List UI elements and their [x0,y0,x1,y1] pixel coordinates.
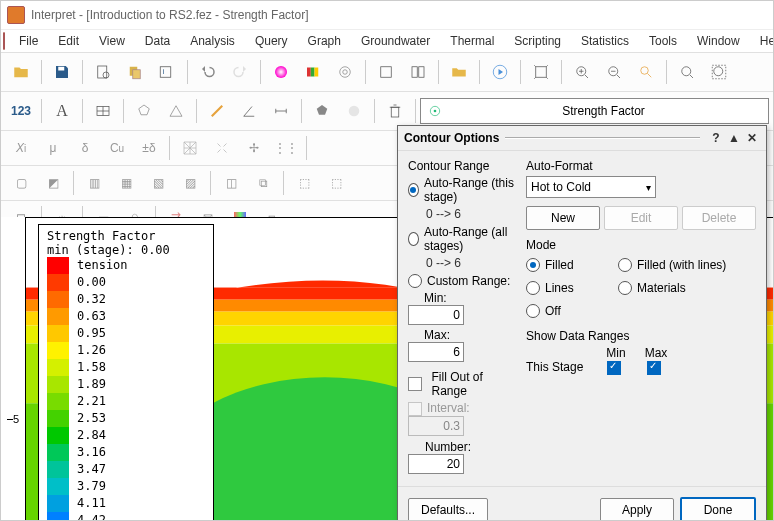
color-wheel-icon[interactable] [266,57,296,87]
legend-swatch [47,512,69,521]
arrows-icon[interactable] [207,133,237,163]
radio-custom[interactable]: Custom Range: [408,274,518,288]
grid-icon[interactable] [88,96,118,126]
radio-filled[interactable]: Filled [526,258,618,272]
menu-window[interactable]: Window [687,32,750,50]
new-button[interactable]: New [526,206,600,230]
triangle-icon[interactable] [161,96,191,126]
radio-auto-all[interactable]: Auto-Range (all stages) [408,225,518,253]
max-input[interactable] [408,342,464,362]
info-icon[interactable]: i [152,57,182,87]
check-min[interactable] [607,361,621,375]
contour-range-label: Contour Range [408,159,518,173]
zoom-out-icon[interactable] [599,57,629,87]
zoom-window-icon[interactable] [672,57,702,87]
menu-query[interactable]: Query [245,32,298,50]
delta-icon[interactable]: δ [70,133,100,163]
radio-lines[interactable]: Lines [526,281,618,295]
folder-nav-icon[interactable] [444,57,474,87]
circle-fill-icon[interactable] [339,96,369,126]
field-selector[interactable]: Strength Factor [420,98,769,124]
tb4-6-icon[interactable]: ▨ [175,168,205,198]
measure-icon[interactable] [202,96,232,126]
number-input[interactable] [408,454,464,474]
app-menu-icon[interactable] [3,32,5,50]
apply-button[interactable]: Apply [600,498,674,521]
menu-help[interactable]: Help [750,32,774,50]
window-single-icon[interactable] [371,57,401,87]
panel-titlebar[interactable]: Contour Options ? ▲ ✕ [398,126,766,151]
tb4-3-icon[interactable]: ▥ [79,168,109,198]
delete-icon[interactable] [380,96,410,126]
menu-edit[interactable]: Edit [48,32,89,50]
pentagon-fill-icon[interactable] [307,96,337,126]
menu-scripting[interactable]: Scripting [504,32,571,50]
print-preview-icon[interactable] [88,57,118,87]
menu-data[interactable]: Data [135,32,180,50]
radio-off[interactable]: Off [526,304,618,318]
window-title: Interpret - [Introduction to RS2.fez - S… [31,8,308,22]
tb4-7-icon[interactable]: ◫ [216,168,246,198]
radio-filled-lines[interactable]: Filled (with lines) [618,258,756,272]
legend-swatch [47,291,69,308]
help-icon[interactable]: ? [708,131,724,145]
x-sub-icon[interactable]: Xi [6,133,36,163]
tb4-4-icon[interactable]: ▦ [111,168,141,198]
cross-arrows-icon[interactable]: ✢ [239,133,269,163]
svg-point-11 [340,67,351,78]
open-icon[interactable] [6,57,36,87]
tb4-5-icon[interactable]: ▧ [143,168,173,198]
number-label: Number: [425,440,485,454]
menu-statistics[interactable]: Statistics [571,32,639,50]
svg-point-22 [714,67,723,76]
mu-icon[interactable]: μ [38,133,68,163]
defaults-button[interactable]: Defaults... [408,498,488,521]
window-split-icon[interactable] [403,57,433,87]
min-input[interactable] [408,305,464,325]
tb4-8-icon[interactable]: ⧉ [248,168,278,198]
undo-icon[interactable] [193,57,223,87]
cu-icon[interactable]: Cu [102,133,132,163]
plusminus-icon[interactable]: ±δ [134,133,164,163]
tb4-9-icon[interactable]: ⬚ [289,168,319,198]
menu-file[interactable]: File [9,32,48,50]
target-icon[interactable] [330,57,360,87]
zoom-extents-icon[interactable] [526,57,556,87]
zoom-all-icon[interactable] [704,57,734,87]
check-fillout[interactable]: Fill Out of Range [408,370,518,398]
menu-thermal[interactable]: Thermal [440,32,504,50]
save-icon[interactable] [47,57,77,87]
dimension-icon[interactable] [266,96,296,126]
angle-icon[interactable] [234,96,264,126]
menu-view[interactable]: View [89,32,135,50]
legend-swatch [47,325,69,342]
close-icon[interactable]: ✕ [744,131,760,145]
zoom-in-icon[interactable] [567,57,597,87]
menu-groundwater[interactable]: Groundwater [351,32,440,50]
target-small-icon [427,103,443,119]
menu-analysis[interactable]: Analysis [180,32,245,50]
dots-icon[interactable]: ⋮⋮ [271,133,301,163]
radio-auto-this[interactable]: Auto-Range (this stage) [408,176,518,204]
interval-input [408,416,464,436]
play-icon[interactable] [485,57,515,87]
digits-icon[interactable]: 123 [6,96,36,126]
radio-materials[interactable]: Materials [618,281,756,295]
palette-icon[interactable] [298,57,328,87]
polygon-icon[interactable] [129,96,159,126]
done-button[interactable]: Done [680,497,756,521]
menu-tools[interactable]: Tools [639,32,687,50]
copy-icon[interactable] [120,57,150,87]
tb4-2-icon[interactable]: ◩ [38,168,68,198]
menu-graph[interactable]: Graph [298,32,351,50]
tb4-10-icon[interactable]: ⬚ [321,168,351,198]
legend-tension-label: tension [77,257,128,274]
check-max[interactable] [647,361,661,375]
tb4-1-icon[interactable]: ▢ [6,168,36,198]
collapse-icon[interactable]: ▲ [726,131,742,145]
redo-icon[interactable] [225,57,255,87]
autoformat-dropdown[interactable]: Hot to Cold▾ [526,176,656,198]
mesh-icon[interactable] [175,133,205,163]
zoom-select-icon[interactable] [631,57,661,87]
font-icon[interactable]: A [47,96,77,126]
